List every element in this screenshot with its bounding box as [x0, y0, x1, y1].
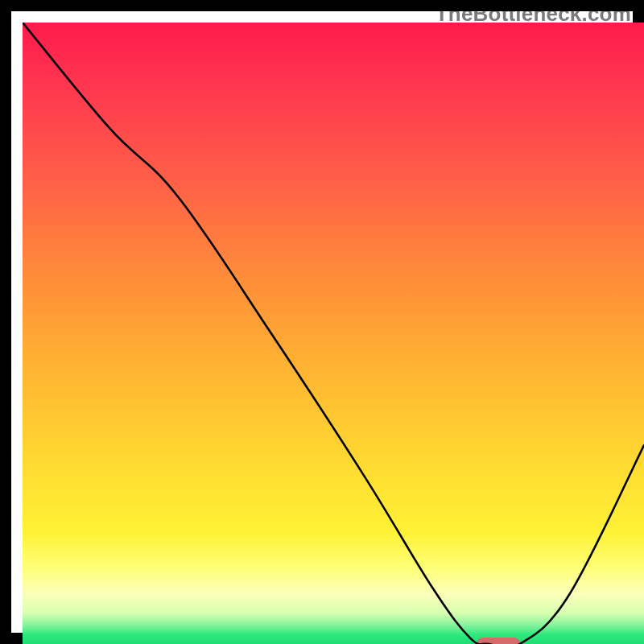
plot-area [23, 23, 644, 644]
chart-frame [0, 0, 644, 644]
curve-line [23, 23, 644, 644]
